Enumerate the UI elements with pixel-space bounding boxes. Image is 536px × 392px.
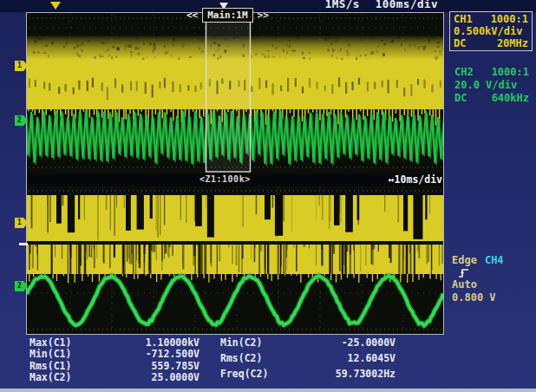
acquisition-info: 1MS/s 100ms/div [325, 0, 438, 10]
cropped-status-text [3, 1, 51, 8]
zoom-timebase-value: 10ms/div [395, 173, 442, 186]
ch1-coupling: DC [454, 37, 466, 49]
trigger-level-label: 0.800 V [452, 291, 504, 305]
main-waveform-display [27, 13, 443, 173]
ch2-bandwidth: 640kHz [492, 92, 529, 105]
measurement-column-1: Max(C1)1.10000kV Min(C1)-712.500V Rms(C1… [29, 337, 199, 384]
marker-triangle-yellow-icon [50, 2, 61, 10]
measurement-panel: Max(C1)1.10000kV Min(C1)-712.500V Rms(C1… [29, 337, 395, 384]
trigger-mode-label: Auto [452, 278, 504, 292]
ch2-scale: 20.0 V/div [454, 79, 529, 92]
measurement-label: Rms(C1) [29, 361, 104, 372]
chevron-right-icon[interactable]: >> [258, 10, 269, 21]
ch1-bandwidth: 20MHz [497, 37, 528, 49]
measurement-value: 559.785V [104, 361, 199, 372]
measurement-label: Rms(C2) [220, 353, 295, 369]
left-edge-tick-marker[interactable] [19, 243, 28, 245]
measurement-value: -712.500V [104, 349, 199, 360]
measurement-value: 12.6045V [295, 353, 395, 369]
measurement-value: 59.73002Hz [295, 369, 395, 384]
ch2-info-box[interactable]: CH21000:1 20.0 V/div DC640kHz [450, 65, 533, 106]
arrows-icon: ↔ [389, 173, 395, 186]
trigger-type-label: Edge [452, 254, 477, 266]
measurement-value: -25.0000V [295, 337, 395, 353]
sample-rate-label: 1MS/s [325, 0, 360, 10]
chevron-left-icon[interactable]: << [186, 10, 198, 21]
measurement-column-2: Min(C2)-25.0000V Rms(C2)12.6045V Freq(C2… [220, 337, 395, 384]
zoom-waveform-display [27, 186, 443, 334]
zoom-timebase-label: ↔10ms/div [389, 173, 442, 186]
measurement-label: Max(C2) [29, 372, 104, 383]
graticule-container: << Main:1M >> <Z1:100k> ↔10ms/div [26, 12, 444, 335]
ch1-info-box[interactable]: CH11000:1 0.500kV/div DC20MHz [449, 11, 533, 51]
trigger-source-label: CH4 [485, 254, 504, 266]
measurement-label: Min(C1) [29, 349, 104, 360]
zoom-window-box[interactable] [206, 14, 251, 172]
trigger-info-box[interactable]: EdgeCH4 Auto 0.800 V [452, 254, 504, 305]
measurement-value: 1.10000kV [104, 337, 199, 349]
measurement-label: Max(C1) [29, 337, 104, 349]
oscilloscope-screen: 1MS/s 100ms/div << Main:1M >> <Z1:100k> … [0, 0, 536, 392]
zoom-info-strip: <Z1:100k> ↔10ms/div [27, 173, 443, 186]
bottom-bezel-strip [0, 389, 536, 392]
zoom-window [27, 186, 443, 334]
rising-edge-icon [458, 268, 469, 278]
measurement-label: Freq(C2) [220, 369, 295, 384]
main-window-label: << Main:1M >> [186, 8, 269, 23]
ch2-probe: 1000:1 [492, 66, 529, 79]
measurement-label: Min(C2) [220, 337, 295, 353]
measurement-value: 25.0000V [104, 372, 199, 383]
ch1-scale: 0.500kV/div [454, 25, 528, 37]
main-timebase-label: 100ms/div [376, 0, 438, 10]
ch2-name: CH2 [454, 66, 474, 79]
zoom-factor-label: <Z1:100k> [199, 174, 251, 184]
ch2-coupling: DC [454, 92, 467, 105]
ch1-name: CH1 [454, 13, 473, 25]
main-record-label[interactable]: Main:1M [202, 8, 252, 23]
ch1-probe: 1000:1 [491, 13, 528, 25]
main-window [27, 13, 443, 174]
